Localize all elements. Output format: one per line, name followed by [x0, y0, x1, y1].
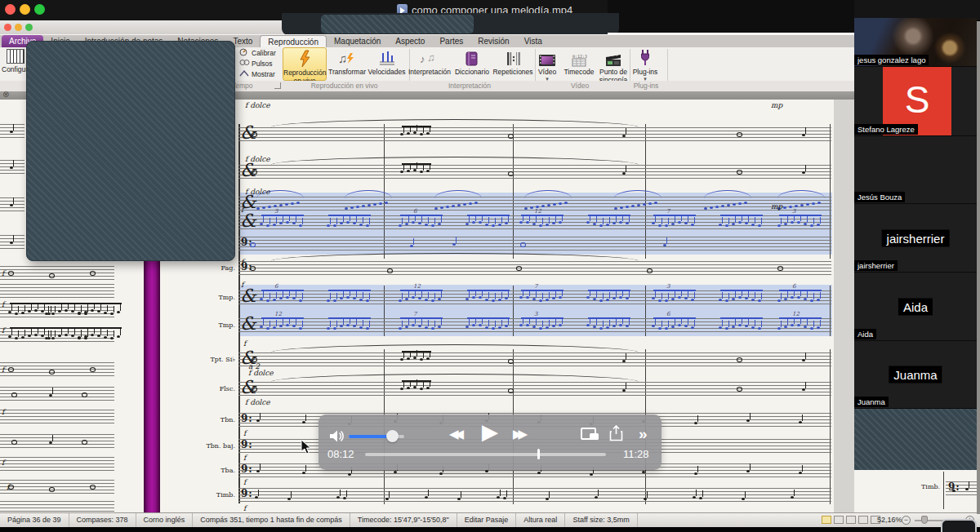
note[interactable] [28, 310, 31, 313]
note[interactable] [420, 133, 423, 135]
note[interactable] [399, 299, 402, 302]
note[interactable] [810, 224, 813, 227]
note[interactable] [678, 324, 681, 326]
note[interactable] [252, 132, 257, 137]
staff[interactable] [0, 501, 114, 512]
play-button[interactable]: ▶ [482, 419, 498, 444]
note[interactable] [559, 202, 562, 205]
note[interactable] [286, 324, 289, 326]
note[interactable] [519, 296, 523, 299]
note[interactable] [526, 324, 529, 326]
note[interactable] [777, 266, 783, 271]
staff[interactable] [0, 328, 114, 342]
note[interactable] [684, 325, 688, 327]
note[interactable] [539, 224, 542, 227]
note[interactable] [28, 335, 31, 337]
note[interactable] [340, 222, 343, 224]
note[interactable] [547, 204, 550, 206]
note[interactable] [356, 206, 359, 208]
note[interactable] [418, 297, 421, 299]
note[interactable] [559, 221, 562, 224]
note[interactable] [286, 296, 289, 299]
note[interactable] [466, 326, 469, 328]
more-controls-chevron[interactable]: » [639, 425, 648, 443]
note[interactable] [546, 498, 549, 500]
note[interactable] [503, 497, 506, 499]
note[interactable] [327, 327, 330, 330]
picture-in-picture-button[interactable] [581, 428, 599, 440]
note[interactable] [8, 335, 11, 338]
note[interactable] [274, 205, 277, 207]
note[interactable] [539, 327, 542, 330]
staff[interactable]: & [238, 165, 831, 179]
note[interactable] [353, 222, 356, 224]
note[interactable] [10, 131, 13, 133]
note[interactable] [350, 206, 354, 209]
note[interactable] [671, 223, 675, 225]
note[interactable] [252, 387, 257, 392]
note[interactable] [340, 297, 343, 299]
note[interactable] [472, 324, 475, 326]
note[interactable] [652, 325, 655, 327]
note[interactable] [466, 223, 469, 225]
note[interactable] [643, 203, 646, 206]
note[interactable] [425, 299, 428, 301]
note[interactable] [738, 221, 742, 224]
close-traffic-light[interactable] [5, 4, 16, 15]
note[interactable] [799, 472, 802, 474]
note[interactable] [599, 327, 603, 330]
note[interactable] [279, 297, 283, 299]
note[interactable] [333, 327, 336, 330]
note[interactable] [400, 358, 403, 361]
note[interactable] [10, 242, 13, 244]
note[interactable] [817, 202, 821, 204]
note[interactable] [268, 206, 271, 208]
note[interactable] [526, 296, 529, 299]
note[interactable] [292, 325, 296, 327]
note[interactable] [665, 327, 668, 330]
note[interactable] [8, 367, 14, 372]
note[interactable] [418, 222, 421, 224]
note[interactable] [463, 203, 466, 206]
note[interactable] [302, 472, 305, 474]
note[interactable] [725, 299, 728, 302]
note[interactable] [498, 326, 501, 329]
interpretaci-n-button[interactable]: ♪♫Interpretación [408, 47, 452, 81]
note[interactable] [652, 222, 655, 224]
note[interactable] [546, 326, 549, 329]
volume-icon[interactable] [329, 429, 345, 443]
note[interactable] [619, 221, 622, 224]
minimize-traffic-light[interactable] [20, 4, 30, 15]
note[interactable] [479, 221, 482, 224]
tab-maquetaci-n[interactable]: Maquetación [327, 35, 388, 48]
note[interactable] [104, 336, 107, 339]
note[interactable] [413, 131, 416, 134]
note[interactable] [952, 490, 956, 492]
zoom-traffic-light[interactable] [34, 4, 45, 15]
note[interactable] [405, 223, 408, 225]
note[interactable] [266, 327, 270, 330]
note[interactable] [719, 326, 722, 329]
note[interactable] [287, 498, 291, 500]
note[interactable] [400, 388, 403, 390]
note[interactable] [485, 326, 488, 329]
note[interactable] [252, 170, 257, 175]
note[interactable] [472, 221, 475, 224]
share-icon[interactable] [609, 425, 623, 441]
staff[interactable] [0, 457, 114, 471]
note[interactable] [353, 325, 356, 327]
note[interactable] [359, 299, 363, 301]
note[interactable] [732, 326, 735, 328]
note[interactable] [110, 313, 114, 315]
note[interactable] [715, 206, 719, 208]
note[interactable] [410, 245, 413, 247]
note[interactable] [255, 496, 258, 499]
note[interactable] [21, 312, 24, 314]
velocidades-button[interactable]: Velocidades [368, 47, 406, 81]
note[interactable] [626, 325, 629, 327]
note[interactable] [250, 266, 256, 271]
transformar-button[interactable]: ♫Transformar [328, 47, 366, 81]
close-document-icon[interactable]: ⊗ [2, 90, 9, 99]
note[interactable] [644, 498, 647, 500]
note[interactable] [8, 271, 14, 276]
